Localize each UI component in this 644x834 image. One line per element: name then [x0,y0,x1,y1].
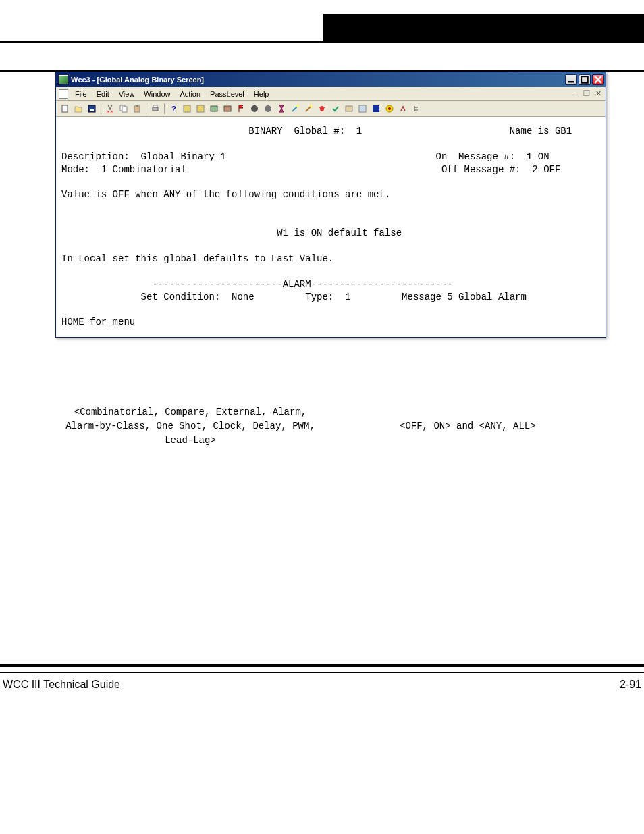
title-line: BINARY Global #: 1 Name is GB1 [61,126,572,136]
toolbar: ? [56,101,606,117]
svg-rect-16 [184,105,190,112]
toolbar-sep [146,103,146,114]
header-black-box [323,14,644,41]
svg-rect-17 [197,105,204,112]
below-left-l2: Alarm-by-Class, One Shot, Clock, Delay, … [55,419,325,434]
tool-icon-4[interactable] [221,103,234,115]
mdi-controls: _ ❐ ✕ [572,89,603,98]
menu-window[interactable]: Window [140,88,174,99]
bug-icon[interactable] [316,103,328,115]
help-icon[interactable]: ? [167,103,180,115]
wand-icon-1[interactable] [289,103,301,115]
svg-rect-11 [134,106,140,112]
copy-icon[interactable] [117,103,130,115]
tool-icon-9[interactable] [397,103,409,115]
svg-point-21 [265,105,271,112]
tool-icon-6[interactable] [262,103,274,115]
titlebar-left: Wcc3 - [Global Analog Binary Screen] [59,75,204,84]
new-icon[interactable] [59,103,71,115]
page-header [0,14,644,41]
wand-icon-2[interactable] [302,103,315,115]
cut-icon[interactable] [104,103,116,115]
menu-edit[interactable]: Edit [92,88,113,99]
svg-line-25 [319,107,320,108]
svg-rect-29 [373,105,379,112]
tool-icon-7[interactable] [343,103,355,115]
paste-icon[interactable] [131,103,143,115]
bullseye-icon[interactable] [383,103,396,115]
tool-icon-2[interactable] [194,103,207,115]
page-footer: WCC III Technical Guide 2-91 [3,679,641,691]
menu-help[interactable]: Help [250,88,273,99]
close-button[interactable] [592,74,604,85]
tool-icon-5[interactable] [248,103,261,115]
menu-file[interactable]: File [71,88,91,99]
menubar-items: File Edit View Window Action PassLevel H… [59,88,273,99]
off-message: Off Message #: 2 OFF [441,164,560,175]
maximize-button[interactable] [579,74,591,85]
svg-rect-12 [136,105,138,107]
footer-left: WCC III Technical Guide [3,679,120,691]
open-icon[interactable] [72,103,84,115]
svg-rect-1 [581,76,588,83]
mdi-minimize-button[interactable]: _ [572,89,579,98]
menu-passlevel[interactable]: PassLevel [206,88,248,99]
svg-rect-19 [224,106,231,111]
menubar: File Edit View Window Action PassLevel H… [56,87,606,101]
alarm-line: Set Condition: None Type: 1 Message 5 Gl… [61,292,527,303]
tree-icon[interactable] [410,103,423,115]
svg-rect-14 [153,105,157,107]
save-icon[interactable] [86,103,98,115]
app-window: Wcc3 - [Global Analog Binary Screen] Fil… [55,72,606,338]
svg-rect-6 [90,109,94,111]
window-controls [565,74,604,85]
footer-right: 2-91 [620,679,641,691]
menu-action[interactable]: Action [176,88,205,99]
divider-thick [0,41,644,43]
hourglass-icon[interactable] [275,103,288,115]
check-icon[interactable] [329,103,342,115]
below-left-l3: Lead-Lag> [55,434,325,448]
tool-icon-8[interactable] [356,103,369,115]
toolbar-sep [164,103,165,114]
tool-icon-3[interactable] [208,103,220,115]
below-right: <OFF, ON> and <ANY, ALL> [400,419,589,434]
svg-rect-18 [211,106,217,111]
svg-point-23 [310,105,313,107]
content-area: BINARY Global #: 1 Name is GB1 Descripti… [56,117,606,337]
svg-point-24 [320,106,324,111]
svg-rect-4 [62,105,68,112]
svg-rect-13 [153,107,158,111]
home-line: HOME for menu [61,317,135,328]
flag-icon[interactable] [235,103,247,115]
description-label: Description: Global Binary 1 [61,151,226,162]
menu-view[interactable]: View [115,88,139,99]
svg-rect-10 [122,107,127,112]
svg-rect-28 [359,105,366,112]
on-message: On Message #: 1 ON [436,151,549,162]
svg-text:?: ? [171,105,176,113]
mode-label: Mode: 1 Combinatorial [61,164,186,175]
mdi-restore-button[interactable]: ❐ [582,89,591,98]
condition-line: W1 is ON default false [61,228,402,238]
print-icon[interactable] [149,103,161,115]
svg-line-26 [324,107,325,108]
mdi-doc-icon[interactable] [59,89,68,99]
below-text: <Combinatorial, Compare, External, Alarm… [55,405,589,448]
svg-point-22 [296,105,299,107]
below-left-l1: <Combinatorial, Compare, External, Alarm… [55,405,325,419]
local-line: In Local set this global defaults to Las… [61,253,333,264]
window-title: Wcc3 - [Global Analog Binary Screen] [71,76,204,84]
value-line: Value is OFF when ANY of the following c… [61,189,390,200]
below-left: <Combinatorial, Compare, External, Alarm… [55,405,325,448]
minimize-button[interactable] [565,74,577,85]
footer-divider-thick [0,664,644,667]
svg-point-20 [251,105,258,112]
tool-icon-blue[interactable] [370,103,382,115]
app-icon [59,75,68,84]
mdi-close-button[interactable]: ✕ [594,89,603,98]
svg-rect-27 [346,106,352,111]
toolbar-sep [101,103,101,114]
tool-icon-1[interactable] [181,103,193,115]
svg-point-31 [388,107,391,110]
